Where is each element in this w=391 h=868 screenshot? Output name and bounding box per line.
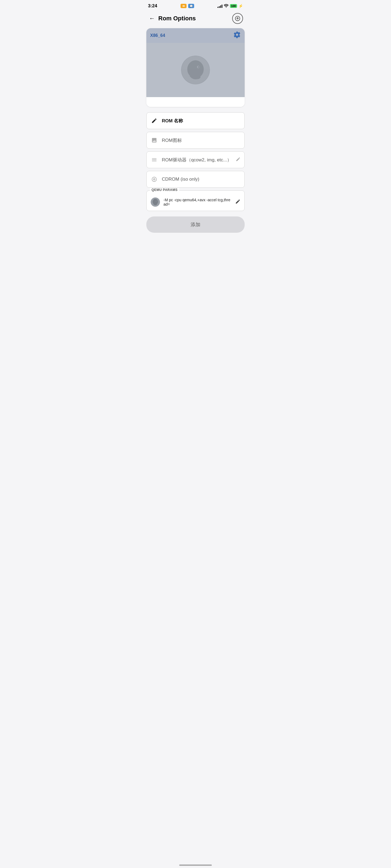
qemu-small-logo xyxy=(150,197,160,207)
rom-card-header: X86_64 xyxy=(146,28,245,43)
qemu-params-text: -M pc -cpu qemu64,+avx -accel tcg,thread… xyxy=(164,198,232,207)
qemu-params-section: QEMU PARAMS -M pc -cpu qemu64,+avx -acce… xyxy=(146,190,245,211)
list-icon xyxy=(150,156,158,163)
message-notification-icon: 💬 xyxy=(188,4,194,8)
qemu-params-section-label: QEMU PARAMS xyxy=(150,188,179,192)
options-container: ROM 名称 ROM图标 ROM驱动器（qcow2, img, etc...） xyxy=(146,112,245,214)
pencil-icon xyxy=(150,117,158,124)
rom-driver-edit-icon xyxy=(236,157,241,163)
signal-strength-icon xyxy=(218,4,222,8)
wifi-icon xyxy=(224,4,229,8)
status-time: 3:24 xyxy=(148,3,157,9)
svg-point-6 xyxy=(198,66,199,67)
upload-icon xyxy=(235,16,240,21)
rom-arch-label: X86_64 xyxy=(150,33,165,38)
rom-icon-label: ROM图标 xyxy=(162,137,241,144)
cdrom-label: CDROM (iso only) xyxy=(162,177,241,182)
email-notification-icon: ✉ xyxy=(180,4,187,8)
add-button[interactable]: 添加 xyxy=(146,216,245,233)
rom-driver-option[interactable]: ROM驱动器（qcow2, img, etc...） xyxy=(146,151,245,168)
rom-image-area xyxy=(146,43,245,97)
gear-icon xyxy=(233,31,241,38)
battery-level: 100 xyxy=(230,4,237,8)
disc-icon xyxy=(150,176,158,183)
rom-settings-button[interactable] xyxy=(233,31,241,40)
rom-icon-option[interactable]: ROM图标 xyxy=(146,132,245,149)
svg-point-8 xyxy=(153,179,155,180)
svg-point-7 xyxy=(152,177,157,182)
qemu-params-row[interactable]: -M pc -cpu qemu64,+avx -accel tcg,thread… xyxy=(147,193,244,211)
image-icon xyxy=(150,136,158,144)
status-right-icons: 100 ⚡ xyxy=(218,4,243,8)
rom-card: X86_64 xyxy=(146,28,245,107)
charging-icon: ⚡ xyxy=(239,4,243,8)
status-icons: ✉ 💬 xyxy=(180,4,194,8)
back-arrow-icon: ← xyxy=(149,15,155,22)
qemu-logo-image xyxy=(180,55,211,85)
qemu-params-edit-icon xyxy=(235,199,241,205)
cdrom-option[interactable]: CDROM (iso only) xyxy=(146,171,245,188)
header: ← Rom Options xyxy=(143,11,248,28)
rom-name-label: ROM 名称 xyxy=(162,118,241,124)
back-button[interactable]: ← xyxy=(148,14,156,23)
upload-button[interactable] xyxy=(232,13,243,24)
rom-name-option[interactable]: ROM 名称 xyxy=(146,112,245,129)
status-bar: 3:24 ✉ 💬 100 ⚡ xyxy=(143,0,248,11)
page-title: Rom Options xyxy=(158,15,232,22)
rom-card-footer xyxy=(146,97,245,107)
rom-driver-label: ROM驱动器（qcow2, img, etc...） xyxy=(162,157,232,163)
